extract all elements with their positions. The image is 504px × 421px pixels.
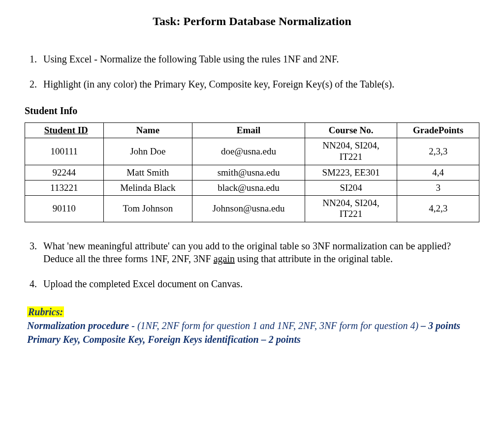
cell-course-no: SM223, EE301	[305, 165, 397, 180]
cell-student-id: 92244	[25, 165, 104, 180]
question-1: Using Excel - Normalize the following Ta…	[39, 53, 479, 65]
cell-email: Johnson@usna.edu	[192, 195, 305, 222]
cell-student-id: 100111	[25, 138, 104, 165]
table-row: 92244 Matt Smith smith@usna.edu SM223, E…	[25, 165, 479, 180]
question-2: Highlight (in any color) the Primary Key…	[39, 78, 479, 90]
cell-email: doe@usna.edu	[192, 138, 305, 165]
cell-course-no: NN204, SI204, IT221	[305, 138, 397, 165]
rubrics-line-2: Primary Key, Composite Key, Foreign Keys…	[25, 332, 479, 346]
col-gradepoints: GradePoints	[397, 123, 479, 138]
rubrics-label: Rubrics:	[27, 306, 64, 317]
table-row: 100111 John Doe doe@usna.edu NN204, SI20…	[25, 138, 479, 165]
col-email: Email	[192, 123, 305, 138]
cell-name: Tom Johnson	[103, 195, 192, 222]
cell-name: Melinda Black	[103, 180, 192, 195]
cell-gradepoints: 4,2,3	[397, 195, 479, 222]
col-course-no: Course No.	[305, 123, 397, 138]
cell-course-no: NN204, SI204, IT221	[305, 195, 397, 222]
cell-email: black@usna.edu	[192, 180, 305, 195]
col-name: Name	[103, 123, 192, 138]
rubrics-section: Rubrics: Normalization procedure - (1NF,…	[25, 305, 479, 346]
question-4: Upload the completed Excel document on C…	[39, 277, 479, 290]
table-header-row: Student ID Name Email Course No. GradePo…	[25, 123, 479, 138]
cell-gradepoints: 3	[397, 180, 479, 195]
col-student-id: Student ID	[25, 123, 104, 138]
question-3: What 'new meaningful attribute' can you …	[39, 240, 479, 265]
page-title: Task: Perform Database Normalization	[25, 15, 479, 28]
cell-name: John Doe	[103, 138, 192, 165]
table-section-heading: Student Info	[25, 105, 479, 117]
rubrics-line-1: Normalization procedure - (1NF, 2NF form…	[25, 319, 479, 332]
student-info-table: Student ID Name Email Course No. GradePo…	[25, 122, 479, 222]
cell-student-id: 113221	[25, 180, 104, 195]
cell-course-no: SI204	[305, 180, 397, 195]
cell-gradepoints: 4,4	[397, 165, 479, 180]
cell-student-id: 90110	[25, 195, 104, 222]
table-row: 90110 Tom Johnson Johnson@usna.edu NN204…	[25, 195, 479, 222]
table-row: 113221 Melinda Black black@usna.edu SI20…	[25, 180, 479, 195]
cell-email: smith@usna.edu	[192, 165, 305, 180]
cell-gradepoints: 2,3,3	[397, 138, 479, 165]
underlined-word: again	[214, 253, 235, 264]
cell-name: Matt Smith	[103, 165, 192, 180]
